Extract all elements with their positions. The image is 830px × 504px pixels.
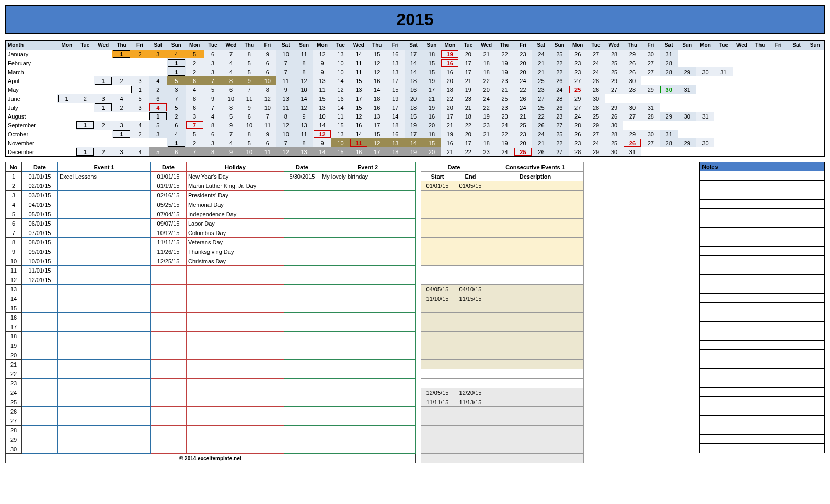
day-cell[interactable]: 16: [350, 121, 368, 130]
day-cell[interactable]: 12: [331, 85, 350, 94]
event-row[interactable]: 404/01/1505/25/15Memorial Day: [6, 200, 416, 209]
day-cell[interactable]: 19: [423, 103, 441, 112]
day-cell[interactable]: 3: [204, 138, 222, 147]
day-cell[interactable]: 24: [514, 76, 532, 85]
day-cell[interactable]: 2: [94, 147, 112, 156]
day-cell[interactable]: 18: [477, 138, 495, 147]
cons-row[interactable]: [421, 407, 584, 416]
day-cell[interactable]: 17: [386, 103, 405, 112]
notes-row[interactable]: [700, 397, 825, 406]
day-cell[interactable]: 7: [186, 147, 204, 156]
event-row[interactable]: 1010/01/1512/25/15Christmas Day: [6, 256, 416, 266]
day-cell[interactable]: 21: [532, 58, 550, 67]
day-cell[interactable]: 25: [605, 58, 624, 67]
cons-row[interactable]: [421, 341, 584, 350]
day-cell[interactable]: 25: [587, 112, 605, 121]
day-cell[interactable]: 10: [331, 58, 350, 67]
day-cell[interactable]: 15: [368, 50, 386, 58]
day-cell[interactable]: 9: [222, 147, 240, 156]
day-cell[interactable]: 30: [623, 103, 641, 112]
day-cell[interactable]: 1: [167, 58, 186, 67]
day-cell[interactable]: 2: [94, 121, 112, 130]
day-cell[interactable]: 21: [459, 76, 477, 85]
day-cell[interactable]: 14: [295, 94, 313, 103]
day-cell[interactable]: 19: [477, 112, 495, 121]
day-cell[interactable]: 4: [204, 112, 222, 121]
day-cell[interactable]: 8: [240, 50, 258, 58]
day-cell[interactable]: 14: [386, 112, 405, 121]
day-cell[interactable]: 3: [167, 85, 186, 94]
event-row[interactable]: 20: [6, 350, 416, 360]
day-cell[interactable]: 20: [423, 121, 441, 130]
day-cell[interactable]: 6: [204, 50, 222, 58]
day-cell[interactable]: 15: [423, 138, 441, 147]
day-cell[interactable]: 3: [204, 58, 222, 67]
event-row[interactable]: 303/01/1502/16/15Presidents' Day: [6, 191, 416, 200]
day-cell[interactable]: 31: [714, 67, 733, 76]
notes-row[interactable]: [700, 359, 825, 369]
day-cell[interactable]: 28: [660, 58, 678, 67]
event-row[interactable]: 808/01/1511/11/15Veterans Day: [6, 238, 416, 247]
day-cell[interactable]: 30: [678, 112, 696, 121]
day-cell[interactable]: 9: [295, 112, 313, 121]
cons-row[interactable]: [421, 209, 584, 219]
cons-row[interactable]: [421, 350, 584, 360]
day-cell[interactable]: 17: [368, 147, 386, 156]
day-cell[interactable]: 18: [459, 112, 477, 121]
notes-row[interactable]: [700, 284, 825, 294]
day-cell[interactable]: 15: [331, 121, 350, 130]
day-cell[interactable]: 22: [459, 121, 477, 130]
day-cell[interactable]: 30: [641, 50, 660, 58]
day-cell[interactable]: 16: [386, 50, 405, 58]
day-cell[interactable]: 29: [587, 147, 605, 156]
day-cell[interactable]: 7: [204, 76, 222, 85]
day-cell[interactable]: 19: [495, 58, 514, 67]
day-cell[interactable]: 5: [167, 103, 186, 112]
day-cell[interactable]: 24: [532, 130, 550, 138]
day-cell[interactable]: 1: [167, 67, 186, 76]
day-cell[interactable]: 1: [149, 112, 167, 121]
day-cell[interactable]: 31: [660, 50, 678, 58]
day-cell[interactable]: 19: [459, 85, 477, 94]
day-cell[interactable]: 14: [405, 58, 423, 67]
cons-row[interactable]: 01/01/1501/05/15: [421, 181, 584, 191]
event-row[interactable]: 21: [6, 360, 416, 369]
cons-row[interactable]: [421, 256, 584, 266]
day-cell[interactable]: 27: [569, 103, 587, 112]
day-cell[interactable]: 12: [313, 50, 331, 58]
day-cell[interactable]: 18: [477, 58, 495, 67]
day-cell[interactable]: 18: [423, 50, 441, 58]
cons-row[interactable]: [421, 360, 584, 369]
notes-row[interactable]: [700, 331, 825, 341]
day-cell[interactable]: 27: [641, 138, 660, 147]
day-cell[interactable]: 28: [605, 130, 624, 138]
day-cell[interactable]: 25: [514, 147, 532, 156]
day-cell[interactable]: 31: [678, 85, 696, 94]
day-cell[interactable]: 13: [331, 50, 350, 58]
day-cell[interactable]: 27: [641, 58, 660, 67]
day-cell[interactable]: 3: [149, 50, 167, 58]
day-cell[interactable]: 2: [167, 112, 186, 121]
cons-row[interactable]: 11/10/1511/15/15: [421, 294, 584, 303]
day-cell[interactable]: 26: [623, 67, 641, 76]
day-cell[interactable]: 9: [240, 76, 258, 85]
notes-row[interactable]: [700, 190, 825, 200]
day-cell[interactable]: 17: [350, 94, 368, 103]
day-cell[interactable]: 18: [477, 67, 495, 76]
day-cell[interactable]: 28: [660, 67, 678, 76]
day-cell[interactable]: 21: [477, 50, 495, 58]
day-cell[interactable]: 3: [149, 130, 167, 138]
day-cell[interactable]: 20: [459, 50, 477, 58]
event-row[interactable]: 13: [6, 285, 416, 294]
consecutive-events-table[interactable]: DateConsecutive Events 1StartEndDescript…: [421, 162, 584, 463]
day-cell[interactable]: 17: [423, 85, 441, 94]
day-cell[interactable]: 15: [423, 58, 441, 67]
day-cell[interactable]: 8: [222, 76, 240, 85]
day-cell[interactable]: 13: [295, 147, 313, 156]
day-cell[interactable]: 17: [459, 58, 477, 67]
day-cell[interactable]: 29: [605, 103, 624, 112]
day-cell[interactable]: 26: [605, 112, 624, 121]
day-cell[interactable]: 24: [587, 138, 605, 147]
day-cell[interactable]: 3: [112, 121, 131, 130]
day-cell[interactable]: 28: [587, 76, 605, 85]
